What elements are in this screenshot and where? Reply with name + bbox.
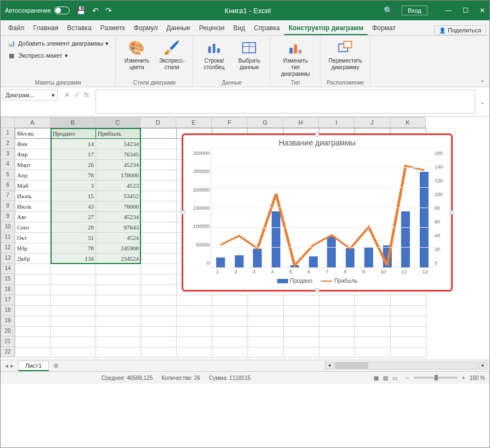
primary-y-axis[interactable]: 300000250000200000150000100000500000: [185, 148, 211, 268]
row-header-13[interactable]: 13: [1, 253, 15, 264]
row-header-8[interactable]: 8: [1, 201, 15, 211]
maximize-icon[interactable]: ☐: [463, 7, 469, 14]
resize-handle[interactable]: [315, 132, 319, 137]
switch-row-column-button[interactable]: Строка/ столбец: [198, 38, 230, 72]
row-header-12[interactable]: 12: [1, 243, 15, 253]
quick-layout-button[interactable]: ▦ Экспресс-макет▾: [5, 50, 111, 61]
legend-item-line[interactable]: Прибыль: [321, 278, 357, 284]
tab-1[interactable]: Главная: [29, 22, 63, 35]
page-layout-icon[interactable]: ▤: [383, 375, 388, 381]
row-header-5[interactable]: 5: [1, 170, 15, 180]
tab-8[interactable]: Справка: [250, 22, 284, 35]
legend-item-bar[interactable]: Продано: [277, 278, 313, 284]
chart-plot-area[interactable]: 300000250000200000150000100000500000 160…: [183, 148, 451, 268]
redo-icon[interactable]: ↷: [105, 6, 112, 15]
tab-7[interactable]: Вид: [229, 22, 250, 35]
zoom-out-icon[interactable]: −: [406, 375, 409, 381]
zoom-slider[interactable]: [414, 377, 458, 379]
col-header-I[interactable]: I: [319, 117, 354, 128]
tab-9[interactable]: Конструктор диаграмм: [284, 22, 368, 35]
close-icon[interactable]: ✕: [480, 7, 485, 14]
change-colors-button[interactable]: 🎨 Изменить цвета: [120, 38, 153, 72]
row-headers[interactable]: 12345678910111213141516171819202122: [1, 128, 15, 358]
chevron-down-icon[interactable]: ▾: [52, 92, 55, 99]
tab-6[interactable]: Рецензи: [195, 22, 229, 35]
x-axis[interactable]: 123456789101112: [209, 268, 436, 276]
secondary-y-axis[interactable]: 160140120100806040200: [433, 148, 449, 268]
confirm-icon[interactable]: ✓: [74, 91, 80, 99]
tab-5[interactable]: Данные: [162, 22, 194, 35]
row-header-14[interactable]: 14: [1, 264, 15, 274]
row-header-17[interactable]: 17: [1, 295, 15, 305]
chart-legend[interactable]: Продано Прибыль: [183, 276, 451, 286]
fx-icon[interactable]: fx: [84, 91, 89, 99]
tab-0[interactable]: Файл: [4, 22, 29, 35]
row-header-9[interactable]: 9: [1, 211, 15, 222]
zoom-in-icon[interactable]: +: [462, 375, 465, 381]
row-header-21[interactable]: 21: [1, 337, 15, 347]
tab-2[interactable]: Вставка: [63, 22, 96, 35]
cancel-icon[interactable]: ✕: [64, 91, 70, 99]
col-header-K[interactable]: K: [390, 117, 426, 128]
formula-input[interactable]: [95, 89, 475, 114]
row-header-2[interactable]: 2: [1, 138, 15, 149]
resize-handle[interactable]: [315, 288, 319, 293]
add-sheet-button[interactable]: ⊕: [49, 362, 63, 369]
row-header-11[interactable]: 11: [1, 232, 15, 243]
next-sheet-icon[interactable]: ▸: [10, 362, 14, 369]
row-header-1[interactable]: 1: [1, 128, 15, 138]
row-header-15[interactable]: 15: [1, 274, 15, 284]
plot-area[interactable]: [211, 148, 433, 268]
row-header-6[interactable]: 6: [1, 180, 15, 191]
select-data-button[interactable]: Выбрать данные: [233, 38, 266, 72]
sheet-tab[interactable]: Лист1: [18, 361, 49, 371]
row-header-22[interactable]: 22: [1, 347, 15, 357]
undo-icon[interactable]: ↶: [92, 6, 99, 15]
row-header-16[interactable]: 16: [1, 284, 15, 295]
page-break-icon[interactable]: ▭: [392, 375, 397, 381]
save-icon[interactable]: 💾: [76, 6, 86, 15]
row-header-4[interactable]: 4: [1, 159, 15, 170]
minimize-icon[interactable]: —: [445, 7, 452, 14]
zoom-level[interactable]: 100 %: [470, 375, 485, 381]
scroll-left-icon[interactable]: ◂: [325, 362, 334, 369]
spreadsheet-grid[interactable]: ABCDEFGHIJK 1234567891011121314151617181…: [1, 117, 489, 360]
autosave-toggle[interactable]: Автосохранение: [5, 7, 70, 14]
horizontal-scrollbar[interactable]: ◂ ▸: [63, 362, 489, 369]
col-header-H[interactable]: H: [283, 117, 319, 128]
col-header-G[interactable]: G: [247, 117, 283, 128]
collapse-ribbon-icon[interactable]: ⌃: [475, 79, 489, 87]
share-button[interactable]: Поделиться: [434, 25, 486, 35]
tab-4[interactable]: Формул: [129, 22, 162, 35]
sheet-nav[interactable]: ◂▸: [1, 362, 18, 369]
prev-sheet-icon[interactable]: ◂: [5, 362, 8, 369]
resize-handle[interactable]: [449, 210, 454, 215]
row-header-18[interactable]: 18: [1, 305, 15, 316]
col-header-C[interactable]: C: [95, 117, 140, 128]
search-icon[interactable]: 🔍: [384, 6, 393, 15]
col-header-F[interactable]: F: [212, 117, 247, 128]
col-header-B[interactable]: B: [50, 117, 95, 128]
col-header-E[interactable]: E: [176, 117, 212, 128]
select-all-corner[interactable]: [1, 117, 15, 128]
row-header-20[interactable]: 20: [1, 326, 15, 337]
change-chart-type-button[interactable]: Изменить тип диаграммы: [275, 38, 316, 79]
col-header-J[interactable]: J: [354, 117, 390, 128]
col-header-D[interactable]: D: [140, 117, 176, 128]
name-box[interactable]: Диаграм...▾: [3, 89, 58, 100]
column-headers[interactable]: ABCDEFGHIJK: [15, 117, 426, 128]
add-chart-element-button[interactable]: 📊 Добавить элемент диаграммы▾: [5, 38, 111, 49]
expand-formula-icon[interactable]: ⌄: [477, 98, 487, 106]
scroll-thumb[interactable]: [335, 362, 368, 369]
row-header-7[interactable]: 7: [1, 191, 15, 201]
row-header-3[interactable]: 3: [1, 149, 15, 159]
move-chart-button[interactable]: Переместить диаграмму: [325, 38, 365, 72]
zoom-control[interactable]: − + 100 %: [406, 375, 485, 381]
quick-styles-button[interactable]: 🖌️ Экспресс-стили: [155, 38, 188, 72]
normal-view-icon[interactable]: ▦: [374, 375, 379, 381]
toggle-icon[interactable]: [54, 7, 70, 14]
chart-title[interactable]: Название диаграммы: [183, 135, 451, 148]
tab-3[interactable]: Разметк: [96, 22, 129, 35]
scroll-track[interactable]: [335, 362, 477, 369]
login-button[interactable]: Вход: [402, 5, 427, 15]
